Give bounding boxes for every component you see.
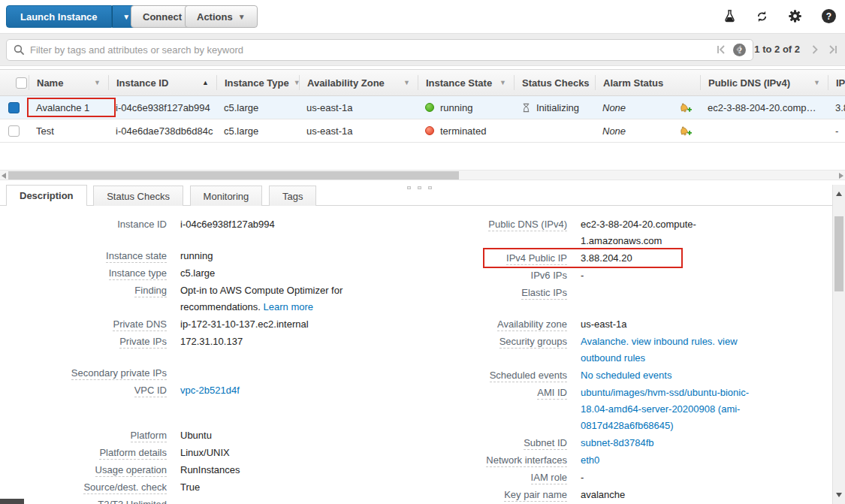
detail-row: Public DNS (IPv4) ec2-3-88-204-20.comput… [423, 216, 825, 249]
cell-alarm-status: None [595, 102, 700, 113]
detail-value: - [581, 267, 584, 284]
filter-bar: ? 1 to 2 of 2 [0, 33, 845, 66]
scroll-left-icon[interactable] [2, 173, 6, 179]
detail-row: Network interfaces eth0 [423, 452, 825, 469]
detail-row: Subnet ID subnet-8d3784fb [423, 435, 825, 451]
sort-caret-icon: ▼ [499, 79, 506, 86]
actions-button[interactable]: Actions ▼ [185, 5, 258, 28]
detail-row: Finding Opt-in to AWS Compute Optimizer … [14, 282, 374, 315]
launch-instance-label: Launch Instance [20, 11, 98, 23]
detail-value: True [180, 479, 200, 496]
scroll-up-icon[interactable] [836, 192, 842, 196]
horizontal-scrollbar[interactable] [0, 170, 845, 180]
cell-ip: 3.8 [828, 102, 845, 113]
column-header-instance-state[interactable]: Instance State▼ [418, 75, 514, 90]
checkbox-icon[interactable] [16, 77, 27, 89]
table-row[interactable]: Test i-04e6dae738db6d84c c5.large us-eas… [0, 119, 845, 143]
detail-row: Security groups Avalanche. view inbound … [423, 333, 825, 367]
instances-table: Name▼ Instance ID▲ Instance Type▼ Availa… [0, 69, 845, 143]
ami-id-link[interactable]: ubuntu/images/hvm-ssd/ubuntu-bionic-18.0… [581, 387, 749, 431]
search-box: ? [6, 39, 753, 61]
sort-caret-icon: ▼ [403, 79, 410, 86]
create-alarm-bell-icon[interactable] [678, 102, 693, 113]
detail-value: i-04c6e938f127ab994 [180, 216, 275, 233]
cell-instance-type: c5.large [216, 125, 299, 137]
cell-alarm-status: None [595, 125, 700, 137]
scroll-down-icon[interactable] [836, 493, 842, 497]
row-checkbox-checked[interactable] [8, 102, 20, 113]
detail-value: us-east-1a [581, 316, 626, 333]
toolbar-icon-group: ? [724, 9, 836, 23]
cell-instance-id: i-04c6e938f127ab994 [108, 102, 216, 113]
column-header-status-checks[interactable]: Status Checks▼ [514, 75, 595, 90]
detail-row: Platform Ubuntu [14, 427, 374, 444]
detail-value: c5.large [180, 265, 215, 282]
create-alarm-bell-icon[interactable] [678, 125, 693, 137]
row-checkbox[interactable] [8, 125, 20, 137]
detail-value: eth0 [581, 452, 599, 469]
hourglass-icon [521, 103, 531, 113]
column-header-name[interactable]: Name▼ [29, 75, 108, 90]
experiments-flask-icon[interactable] [724, 10, 735, 23]
cell-instance-id: i-04e6dae738db6d84c [108, 125, 216, 137]
column-header-availability-zone[interactable]: Availability Zone▼ [299, 75, 418, 90]
tab-description[interactable]: Description [6, 185, 87, 207]
tab-tags[interactable]: Tags [269, 186, 316, 207]
sort-caret-icon: ▼ [813, 79, 820, 86]
next-page-icon[interactable] [812, 45, 819, 54]
cell-instance-state: running [418, 102, 514, 113]
connect-label: Connect [143, 11, 182, 23]
column-header-ip[interactable]: IPv [828, 75, 845, 90]
chevron-down-icon: ▼ [238, 13, 246, 21]
cell-public-dns: ec2-3-88-204-20.comp… [700, 102, 828, 113]
learn-more-link[interactable]: Learn more [264, 301, 313, 312]
refresh-icon[interactable] [756, 11, 768, 23]
tab-status-checks[interactable]: Status Checks [93, 186, 183, 207]
horizontal-scrollbar-thumb[interactable] [8, 171, 459, 180]
tab-monitoring[interactable]: Monitoring [190, 186, 263, 207]
launch-instance-button-group: Launch Instance ▼ [6, 5, 136, 28]
last-page-icon[interactable] [828, 45, 837, 54]
sort-asc-icon: ▲ [202, 79, 209, 86]
detail-value: ip-172-31-10-137.ec2.internal [180, 316, 309, 333]
pagination-label: 1 to 2 of 2 [754, 44, 800, 55]
table-header-row: Name▼ Instance ID▲ Instance Type▼ Availa… [0, 69, 845, 96]
filter-input[interactable] [30, 44, 733, 56]
description-left-column: Instance ID i-04c6e938f127ab994 Instance… [14, 216, 374, 504]
prev-page-icon[interactable] [735, 45, 742, 54]
detail-value: Avalanche. view inbound rules. view outb… [581, 333, 752, 367]
sort-caret-icon: ▼ [294, 79, 299, 86]
vpc-id-link[interactable]: vpc-2b521d4f [180, 385, 240, 396]
select-all-checkbox[interactable] [0, 75, 29, 90]
pagination: 1 to 2 of 2 [717, 44, 837, 55]
subnet-id-link[interactable]: subnet-8d3784fb [581, 437, 654, 448]
detail-value: - [581, 469, 584, 486]
first-page-icon[interactable] [717, 45, 726, 54]
detail-row: Secondary private IPs [14, 365, 374, 382]
detail-value: Linux/UNIX [180, 445, 230, 461]
settings-gear-icon[interactable] [789, 10, 801, 23]
cell-ip: - [828, 125, 845, 137]
terminated-status-icon [425, 126, 434, 135]
help-icon[interactable]: ? [822, 9, 836, 23]
security-groups-link[interactable]: Avalanche. view inbound rules. view outb… [581, 336, 738, 364]
detail-value: 172.31.10.137 [180, 333, 243, 350]
scroll-right-icon[interactable] [839, 173, 843, 179]
column-header-instance-id[interactable]: Instance ID▲ [108, 75, 216, 90]
running-status-icon [425, 103, 434, 112]
detail-row: Elastic IPs [423, 285, 825, 301]
detail-value: ubuntu/images/hvm-ssd/ubuntu-bionic-18.0… [581, 385, 752, 434]
vertical-scrollbar[interactable] [832, 185, 845, 504]
cell-instance-type: c5.large [216, 102, 299, 113]
network-interfaces-link[interactable]: eth0 [581, 454, 599, 466]
scheduled-events-link[interactable]: No scheduled events [581, 370, 671, 381]
column-header-public-dns[interactable]: Public DNS (IPv4)▼ [700, 75, 828, 90]
actions-label: Actions [197, 11, 233, 23]
vertical-scrollbar-thumb[interactable] [834, 216, 843, 291]
detail-value: No scheduled events [581, 367, 671, 384]
table-row[interactable]: Avalanche 1 i-04c6e938f127ab994 c5.large… [0, 96, 845, 119]
detail-row: Private DNS ip-172-31-10-137.ec2.interna… [14, 316, 374, 333]
launch-instance-button[interactable]: Launch Instance [6, 5, 112, 28]
column-header-instance-type[interactable]: Instance Type▼ [216, 75, 299, 90]
column-header-alarm-status[interactable]: Alarm Status [595, 75, 700, 90]
